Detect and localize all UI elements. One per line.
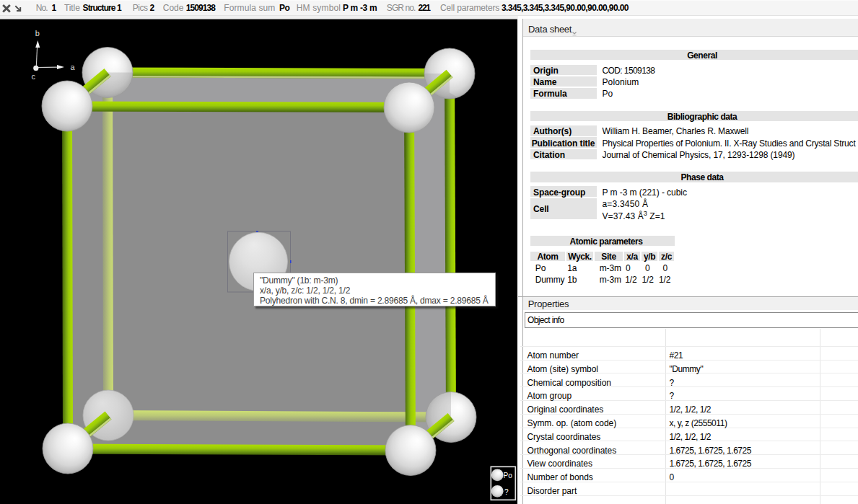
svg-text:c: c xyxy=(32,72,36,81)
svg-text:a: a xyxy=(71,63,76,71)
svg-text:Po: Po xyxy=(504,472,513,479)
svg-text:b: b xyxy=(35,29,40,37)
svg-text:?: ? xyxy=(504,488,509,496)
